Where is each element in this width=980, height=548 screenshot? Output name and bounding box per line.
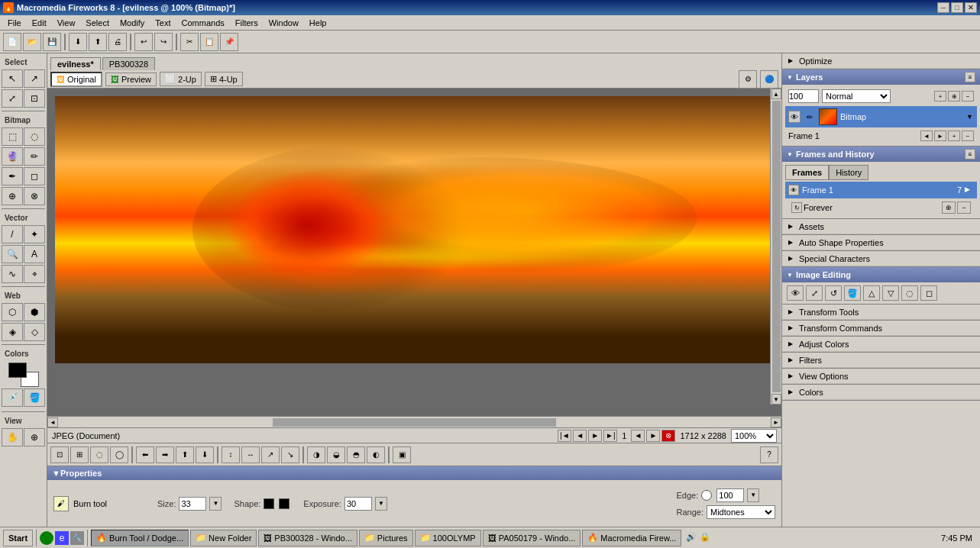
- transform-tools-header[interactable]: ▶ Transform Tools: [782, 305, 980, 320]
- frames-tab[interactable]: Frames: [785, 165, 829, 180]
- next2-btn[interactable]: ►: [646, 430, 660, 442]
- line-tool[interactable]: /: [2, 225, 23, 243]
- error-btn[interactable]: ⊗: [661, 430, 675, 442]
- bottom-btn-7[interactable]: ⬆: [176, 446, 194, 463]
- ie-stamp-tool[interactable]: ◻: [920, 285, 937, 301]
- new-btn[interactable]: 📄: [3, 33, 21, 51]
- special-chars-header[interactable]: ▶ Special Characters: [782, 251, 980, 266]
- print-btn[interactable]: 🖨: [108, 33, 127, 51]
- h-scroll-thumb[interactable]: [273, 418, 557, 427]
- layer-item-bitmap[interactable]: 👁 ✏ Bitmap ▼: [785, 106, 977, 127]
- freeform-tool[interactable]: ∿: [2, 265, 23, 283]
- maximize-btn[interactable]: □: [951, 2, 963, 13]
- ie-gradient-tool[interactable]: ▽: [882, 285, 899, 301]
- taskbar-icon-browser1[interactable]: [40, 531, 53, 545]
- marquee-tool[interactable]: ⬚: [2, 127, 23, 146]
- menu-window[interactable]: Window: [264, 17, 303, 29]
- right-colors-header[interactable]: ▶ Colors: [782, 385, 980, 400]
- close-btn[interactable]: ✕: [965, 2, 977, 13]
- view-options-btn[interactable]: ⚙: [739, 70, 757, 89]
- bottom-btn-14[interactable]: ◒: [327, 446, 345, 463]
- size-input[interactable]: [179, 497, 206, 511]
- properties-header[interactable]: ▼ Properties: [47, 466, 781, 480]
- fill-color[interactable]: [8, 363, 27, 378]
- scroll-down-btn[interactable]: ▼: [771, 394, 781, 405]
- menu-filters[interactable]: Filters: [231, 17, 263, 29]
- range-select[interactable]: Midtones Shadows Highlights: [707, 505, 775, 519]
- taskbar-100olymp[interactable]: 📁 100OLYMP: [415, 530, 481, 546]
- transform-commands-header[interactable]: ▶ Transform Commands: [782, 321, 980, 336]
- frame-item-1[interactable]: 👁 Frame 1 7 ▶: [785, 182, 977, 198]
- 4up-btn[interactable]: ⊞ 4-Up: [205, 72, 243, 86]
- scroll-left-btn[interactable]: ◄: [47, 417, 58, 427]
- save-btn[interactable]: 💾: [43, 33, 61, 51]
- bottom-btn-5[interactable]: ⬅: [136, 446, 154, 463]
- hand-tool[interactable]: ✋: [2, 428, 23, 446]
- layer-del-btn[interactable]: −: [962, 91, 974, 102]
- scroll-right-btn[interactable]: ►: [771, 417, 781, 427]
- smudge-tool[interactable]: ⊗: [24, 187, 45, 205]
- edge-soft-option[interactable]: [701, 490, 712, 501]
- tray-icon-1[interactable]: 🔊: [686, 532, 698, 544]
- bottom-btn-8[interactable]: ⬇: [196, 446, 214, 463]
- tab-pb300328[interactable]: PB300328: [102, 57, 155, 70]
- paint-bucket-tool[interactable]: 🪣: [24, 388, 45, 407]
- zoom2-tool[interactable]: ⊕: [24, 428, 45, 446]
- menu-commands[interactable]: Commands: [177, 17, 229, 29]
- import-btn[interactable]: ⬇: [69, 33, 87, 51]
- canvas-container[interactable]: ▲ ▼: [47, 89, 781, 416]
- h-scroll-track[interactable]: [60, 418, 769, 427]
- bottom-btn-3[interactable]: ◌: [90, 446, 108, 463]
- menu-modify[interactable]: Modify: [115, 17, 149, 29]
- paste-btn[interactable]: 📌: [220, 33, 238, 51]
- 2up-btn[interactable]: ⬜ 2-Up: [160, 72, 202, 86]
- frame-add-btn[interactable]: +: [948, 131, 960, 141]
- magic-wand-tool[interactable]: 🔮: [2, 147, 23, 166]
- history-tab[interactable]: History: [829, 165, 868, 180]
- pen-tool[interactable]: ✦: [24, 225, 45, 243]
- layer-collapse-btn[interactable]: ▼: [966, 113, 974, 121]
- tray-icon-2[interactable]: 🔒: [700, 532, 712, 544]
- bottom-btn-4[interactable]: ◯: [110, 446, 128, 463]
- first-frame-btn[interactable]: |◄: [558, 430, 571, 442]
- slice-tool[interactable]: ⬢: [24, 303, 45, 321]
- loop-btn[interactable]: ↻: [791, 202, 802, 213]
- taskbar-pb300328[interactable]: 🖼 PB300328 - Windo...: [258, 530, 357, 546]
- blur-tool[interactable]: ⊕: [2, 187, 23, 205]
- ie-rotate-tool[interactable]: ↺: [825, 285, 842, 301]
- preview-options-btn[interactable]: 🔵: [760, 70, 778, 89]
- taskbar-fireworks[interactable]: 🔥 Macromedia Firew...: [582, 530, 681, 546]
- menu-edit[interactable]: Edit: [27, 17, 51, 29]
- opacity-input[interactable]: [788, 89, 819, 103]
- ie-transform-tool[interactable]: ⤢: [806, 285, 823, 301]
- subselect-tool[interactable]: ↗: [24, 69, 45, 88]
- blend-mode-select[interactable]: Normal Multiply Screen: [822, 89, 891, 103]
- brush-tool[interactable]: ✏: [24, 147, 45, 166]
- bottom-btn-13[interactable]: ◑: [307, 446, 325, 463]
- menu-select[interactable]: Select: [81, 17, 114, 29]
- assets-header[interactable]: ▶ Assets: [782, 219, 980, 234]
- frame-prev-btn[interactable]: ◄: [920, 131, 933, 141]
- prev2-btn[interactable]: ◄: [631, 430, 645, 442]
- open-btn[interactable]: 📂: [23, 33, 41, 51]
- eraser-tool[interactable]: ◻: [24, 167, 45, 185]
- bottom-btn-15[interactable]: ◓: [347, 446, 365, 463]
- zoom-select[interactable]: 100% 50% 200%: [731, 429, 777, 443]
- next-frame-btn[interactable]: ►|: [603, 430, 617, 442]
- taskbar-burn-tool[interactable]: 🔥 Burn Tool / Dodge...: [91, 530, 189, 546]
- bottom-btn-1[interactable]: ⊡: [50, 446, 69, 463]
- bottom-btn-6[interactable]: ➡: [156, 446, 174, 463]
- shape-square-option[interactable]: [279, 498, 289, 509]
- reshape-tool[interactable]: ⌖: [24, 265, 45, 283]
- bottom-btn-2[interactable]: ⊞: [70, 446, 89, 463]
- preview-btn[interactable]: 🖼 Preview: [105, 73, 157, 86]
- play-btn[interactable]: ►: [588, 430, 602, 442]
- prev-frame-btn[interactable]: ◄: [573, 430, 587, 442]
- taskbar-icon-browser2[interactable]: e: [55, 531, 69, 545]
- bottom-btn-10[interactable]: ↔: [241, 446, 260, 463]
- frames-menu-btn[interactable]: ≡: [965, 149, 975, 160]
- ie-eye-tool[interactable]: 👁: [787, 285, 804, 301]
- crop-tool[interactable]: ⊡: [24, 89, 45, 108]
- taskbar-pictures[interactable]: 📁 Pictures: [359, 530, 413, 546]
- vertical-scrollbar[interactable]: ▲ ▼: [770, 89, 781, 405]
